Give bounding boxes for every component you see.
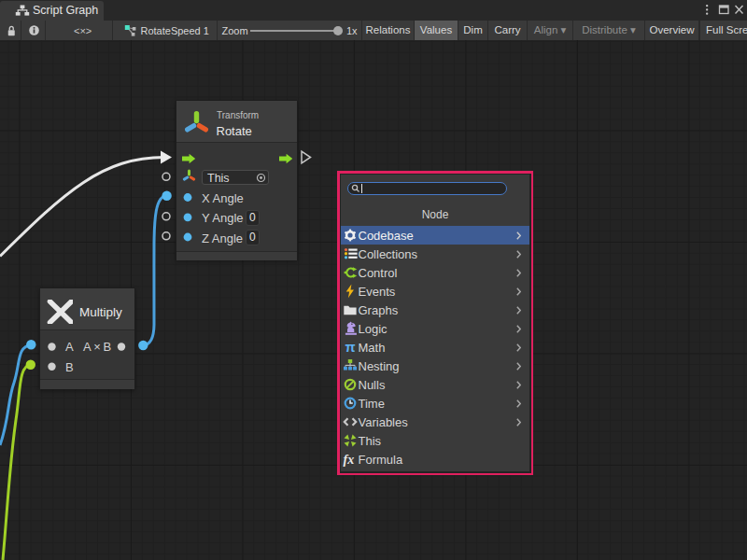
- svg-text:π: π: [345, 340, 355, 355]
- svg-text:fx: fx: [344, 453, 355, 467]
